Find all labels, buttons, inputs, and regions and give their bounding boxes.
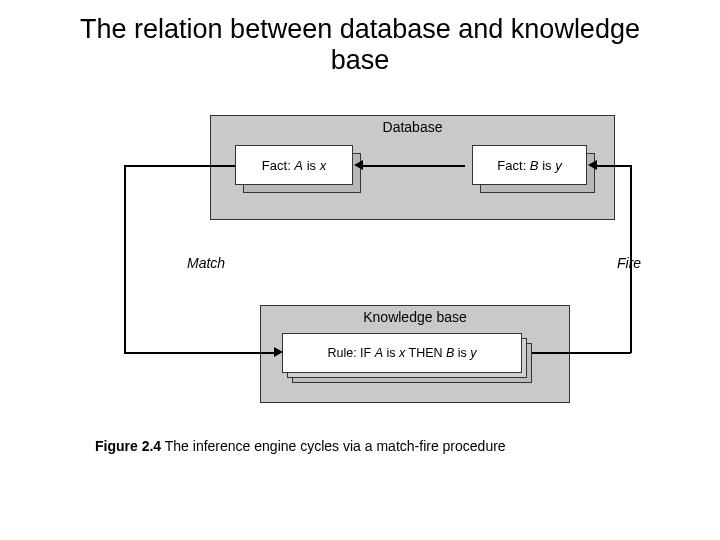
fact-b-val: y [555, 158, 562, 173]
fact-link-arrowhead-icon [354, 160, 363, 170]
match-arrowhead-icon [274, 347, 283, 357]
rule-mid1: is [383, 346, 399, 360]
knowledge-base-label: Knowledge base [261, 309, 569, 325]
rule-b: B [446, 346, 454, 360]
match-line-2 [124, 165, 126, 353]
slide-title: The relation between database and knowle… [0, 14, 720, 76]
fact-b-mid: is [539, 158, 556, 173]
fact-b-prefix: Fact: [497, 158, 530, 173]
title-line-2: base [331, 45, 390, 75]
match-label: Match [187, 255, 225, 271]
title-line-1: The relation between database and knowle… [80, 14, 640, 44]
fact-a-mid: is [303, 158, 320, 173]
rule-then: THEN [405, 346, 446, 360]
fact-a-box: Fact: A is x [235, 145, 353, 185]
rule-prefix: Rule: IF [327, 346, 374, 360]
figure-text: The inference engine cycles via a match-… [161, 438, 505, 454]
rule-box: Rule: IF A is x THEN B is y [282, 333, 522, 373]
fact-b-box: Fact: B is y [472, 145, 587, 185]
match-line-1 [124, 165, 235, 167]
figure-caption: Figure 2.4 The inference engine cycles v… [95, 438, 506, 454]
rule-y: y [470, 346, 476, 360]
diagram-container: Database Fact: A is x Fact: B is y Knowl… [105, 115, 640, 455]
rule-a: A [375, 346, 383, 360]
rule-mid2: is [454, 346, 470, 360]
fact-link-line [361, 165, 465, 167]
fire-label: Fire [617, 255, 641, 271]
match-line-3 [124, 352, 274, 354]
fact-b-var: B [530, 158, 539, 173]
fact-a-val: x [320, 158, 327, 173]
fire-line-1 [532, 352, 631, 354]
fire-line-3 [596, 165, 631, 167]
figure-number: Figure 2.4 [95, 438, 161, 454]
fire-arrowhead-icon [588, 160, 597, 170]
fact-a-var: A [294, 158, 303, 173]
fact-a-prefix: Fact: [262, 158, 295, 173]
database-label: Database [211, 119, 614, 135]
